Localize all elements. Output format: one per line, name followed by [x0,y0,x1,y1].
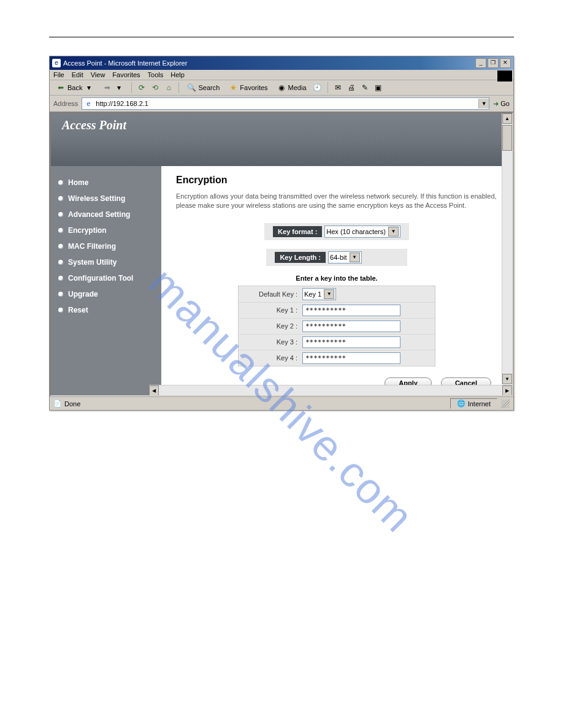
scroll-left-icon[interactable]: ◀ [149,385,159,396]
back-dropdown-icon: ▾ [84,83,94,93]
refresh-icon[interactable]: ⟲ [150,83,160,93]
minimize-button[interactable]: _ [475,58,486,68]
menu-favorites[interactable]: Favorites [112,71,140,78]
address-label: Address [53,100,78,107]
window-title: Access Point - Microsoft Internet Explor… [63,59,187,67]
edit-icon[interactable]: ✎ [360,83,370,93]
content-frame: Access Point Home Wireless Setting Advan… [50,112,513,396]
address-bar: Address e http://192.168.2.1 ▼ ➜ Go [50,96,513,112]
favorites-button[interactable]: ★ Favorites [226,82,270,93]
page-description: Encryption allows your data being transm… [176,192,497,211]
go-button[interactable]: ➜ Go [493,100,510,108]
page-brand: Access Point [51,113,512,166]
back-icon: ⬅ [56,83,66,93]
scroll-right-icon[interactable]: ▶ [502,385,512,396]
history-icon[interactable]: 🕘 [313,83,323,93]
ie-icon: e [52,59,61,67]
scroll-thumb[interactable] [502,125,512,151]
scroll-up-icon[interactable]: ▲ [502,113,512,124]
key3-input[interactable] [302,336,400,348]
forward-icon: ➡ [102,83,112,93]
restore-button[interactable]: ❐ [488,58,499,68]
key2-label: Key 2 : [242,322,302,330]
key-length-label: Key Length : [275,252,326,263]
bullet-icon [58,228,63,233]
menu-edit[interactable]: Edit [72,71,83,78]
sidebar-item-macfiltering[interactable]: MAC Filtering [57,238,155,254]
vertical-scrollbar[interactable]: ▲ ▼ [502,113,512,384]
internet-zone-icon: 🌐 [457,400,465,408]
key-format-label: Key format : [273,226,322,237]
page-icon: e [83,99,93,108]
sidebar-item-advanced[interactable]: Advanced Setting [57,207,155,222]
media-icon: ◉ [277,83,286,93]
sidebar-item-configtool[interactable]: Configuration Tool [57,270,155,286]
back-button[interactable]: ⬅ Back ▾ [53,82,96,93]
bullet-icon [58,260,63,265]
bullet-icon [58,212,63,217]
go-icon: ➜ [493,100,499,108]
search-button[interactable]: 🔍 Search [184,82,222,93]
sidebar-item-home[interactable]: Home [57,175,155,191]
favorites-icon: ★ [228,83,238,93]
separator [327,82,328,93]
default-key-select[interactable]: Key 1 ▼ [302,288,336,300]
default-key-label: Default Key : [242,290,302,298]
dropdown-icon: ▼ [350,252,360,262]
search-icon: 🔍 [186,83,196,93]
key3-label: Key 3 : [242,338,302,346]
dropdown-icon: ▼ [324,289,334,299]
resize-grip-icon[interactable] [501,400,510,408]
bullet-icon [58,244,63,249]
print-icon[interactable]: 🖨 [347,83,356,93]
status-text: Done [64,400,80,408]
scroll-down-icon[interactable]: ▼ [502,374,512,384]
status-icon: 📄 [53,400,62,408]
key1-input[interactable] [302,305,400,316]
titlebar: e Access Point - Microsoft Internet Expl… [50,56,513,70]
mail-icon[interactable]: ✉ [333,83,343,93]
address-dropdown-icon[interactable]: ▼ [478,99,489,108]
bullet-icon [58,196,63,201]
key-format-select[interactable]: Hex (10 characters) ▼ [324,226,400,238]
key1-label: Key 1 : [242,306,302,314]
statusbar: 📄 Done 🌐 Internet [50,396,513,410]
menu-view[interactable]: View [91,71,105,78]
sidebar-item-systemutility[interactable]: System Utility [57,254,155,270]
key4-label: Key 4 : [242,354,302,362]
stop-icon[interactable]: ⟳ [137,83,147,93]
bullet-icon [58,308,63,313]
address-text[interactable]: http://192.168.2.1 [94,100,478,107]
media-button[interactable]: ◉ Media [274,82,309,93]
toolbar: ⬅ Back ▾ ➡ ▾ ⟳ ⟲ ⌂ 🔍 Search ★ Favorites … [50,80,513,96]
menu-file[interactable]: File [53,71,64,78]
address-input[interactable]: e http://192.168.2.1 ▼ [82,97,489,110]
main-content: Encryption Encryption allows your data b… [161,166,512,396]
menu-tools[interactable]: Tools [148,71,164,78]
table-heading: Enter a key into the table. [176,275,497,282]
forward-dropdown-icon: ▾ [114,83,124,93]
forward-button[interactable]: ➡ ▾ [100,82,126,93]
close-button[interactable]: ✕ [500,58,511,68]
key-table: Default Key : Key 1 ▼ Key 1 : Key 2 : [238,286,435,366]
sidebar-item-encryption[interactable]: Encryption [57,222,155,238]
bullet-icon [58,276,63,281]
sidebar-item-wireless[interactable]: Wireless Setting [57,191,155,207]
key4-input[interactable] [302,352,400,364]
dropdown-icon: ▼ [388,227,399,237]
key-length-select[interactable]: 64-bit ▼ [328,251,362,264]
menubar: File Edit View Favorites Tools Help ⊞ [50,70,513,80]
sidebar-item-upgrade[interactable]: Upgrade [57,286,155,302]
discuss-icon[interactable]: ▣ [373,83,383,93]
page-heading: Encryption [176,175,497,186]
sidebar-item-reset[interactable]: Reset [57,302,155,318]
horizontal-scrollbar[interactable]: ◀ ▶ [149,385,512,395]
separator [178,82,179,93]
key2-input[interactable] [302,320,400,332]
sidebar: Home Wireless Setting Advanced Setting E… [51,166,161,396]
menu-help[interactable]: Help [170,71,185,78]
bullet-icon [58,292,63,297]
home-icon[interactable]: ⌂ [164,83,174,93]
bullet-icon [58,180,63,185]
separator [131,82,132,93]
